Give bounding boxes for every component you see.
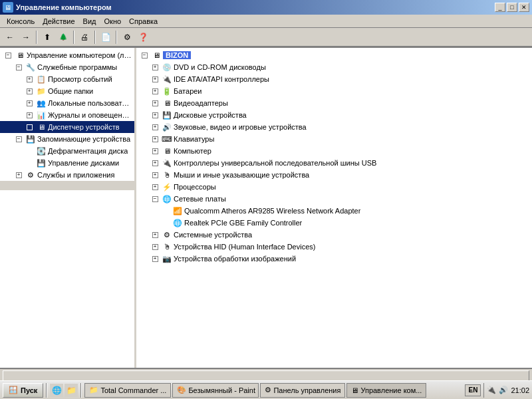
right-item-keyboard[interactable]: + ⌨ Клавиатуры (136, 133, 532, 145)
expand-services[interactable]: + (13, 170, 24, 180)
left-item-services[interactable]: + ⚙ Службы и приложения (0, 169, 134, 181)
left-item-folders[interactable]: + 📁 Общие папки (0, 85, 134, 97)
defrag-icon: 💽 (36, 146, 47, 156)
expand-tools[interactable]: − (13, 62, 24, 72)
right-item-sound[interactable]: + 🔊 Звуковые, видео и игровые устройства (136, 121, 532, 133)
expand-storage[interactable]: − (13, 134, 24, 144)
expand-folders[interactable]: + (24, 86, 35, 96)
expand-imaging[interactable]: + (150, 253, 160, 264)
maximize-button[interactable]: □ (507, 3, 517, 12)
menu-action[interactable]: Действие (39, 16, 78, 27)
expand-root[interactable]: − (3, 50, 13, 61)
start-label: Пуск (21, 386, 37, 394)
expand-localusers[interactable]: + (24, 98, 35, 108)
diskmgmt-icon: 💾 (36, 158, 47, 168)
journals-label: Журналы и оповещения п... (48, 111, 132, 119)
left-item-defrag[interactable]: 💽 Дефрагментация диска (0, 145, 134, 157)
expand-diskmgmt[interactable] (24, 158, 35, 168)
expand-bizon[interactable]: − (139, 50, 150, 61)
tools-label: Служебные программы (37, 63, 117, 71)
menu-help[interactable]: Справка (125, 16, 162, 27)
expand-computer[interactable]: + (150, 146, 160, 156)
right-item-imaging[interactable]: + 📷 Устройства обработки изображений (136, 253, 532, 265)
left-item-devmgr[interactable]: 🖥 Диспетчер устройств (0, 121, 134, 133)
expand-cpu[interactable]: + (150, 182, 160, 192)
print-button[interactable]: 🖨 (77, 30, 92, 45)
forward-button[interactable]: → (19, 30, 33, 45)
left-panel[interactable]: − 🖥 Управление компьютером (локал... − 🔧… (0, 48, 136, 368)
expand-battery[interactable]: + (150, 86, 160, 96)
help-button[interactable]: ❓ (136, 30, 150, 45)
controlpanel-label: Панель управления (273, 386, 340, 394)
right-item-network[interactable]: − 🌐 Сетевые платы (136, 193, 532, 205)
expand-defrag[interactable] (24, 146, 35, 156)
right-header-bizon[interactable]: − 🖥 BIZON (136, 49, 532, 61)
left-scrollbar[interactable] (0, 181, 134, 190)
expand-hid[interactable]: + (150, 241, 160, 252)
tray-icon-2: 🔊 (499, 386, 508, 394)
right-panel[interactable]: − 🖥 BIZON + 💿 DVD и CD-ROM дисководы + 🔌… (136, 48, 532, 368)
right-item-battery[interactable]: + 🔋 Батареи (136, 85, 532, 97)
expand-eventviewer[interactable]: + (24, 74, 35, 84)
storage-label: Запоминающие устройства (37, 135, 130, 143)
expand-qualcomm[interactable] (160, 205, 171, 216)
quicklaunch-ie[interactable]: 🌐 (50, 384, 63, 397)
expand-sound[interactable]: + (150, 122, 160, 132)
quicklaunch-folder[interactable]: 📁 (65, 384, 78, 397)
menu-view[interactable]: Вид (79, 16, 100, 27)
close-button[interactable]: ✕ (519, 3, 529, 12)
expand-usb[interactable]: + (150, 158, 160, 168)
right-item-cpu[interactable]: + ⚡ Процессоры (136, 181, 532, 193)
left-item-localusers[interactable]: + 👥 Локальные пользователи (0, 97, 134, 109)
disk-icon: 💾 (162, 110, 172, 120)
left-item-tools[interactable]: − 🔧 Служебные программы (0, 61, 134, 73)
expand-ide[interactable]: + (150, 74, 160, 84)
back-button[interactable]: ← (3, 30, 17, 45)
left-item-diskmgmt[interactable]: 💾 Управление дисками (0, 157, 134, 169)
right-item-disk[interactable]: + 💾 Дисковые устройства (136, 109, 532, 121)
menu-window[interactable]: Окно (100, 16, 126, 27)
expand-keyboard[interactable]: + (150, 134, 160, 144)
computer-label: Компьютер (174, 147, 211, 155)
right-item-hid[interactable]: + 🖱 Устройства HID (Human Interface Devi… (136, 241, 532, 253)
expand-realtek[interactable] (160, 217, 171, 228)
right-item-usb[interactable]: + 🔌 Контроллеры универсальной последоват… (136, 157, 532, 169)
right-item-dvd[interactable]: + 💿 DVD и CD-ROM дисководы (136, 61, 532, 73)
left-item-journals[interactable]: + 📊 Журналы и оповещения п... (0, 109, 134, 121)
right-item-qualcomm[interactable]: 📶 Qualcomm Atheros AR9285 Wireless Netwo… (136, 205, 532, 217)
menu-console[interactable]: Консоль (3, 16, 39, 27)
expand-system[interactable]: + (150, 229, 160, 240)
export-button[interactable]: 📄 (98, 30, 113, 45)
right-item-ide[interactable]: + 🔌 IDE ATA/ATAPI контроллеры (136, 73, 532, 85)
start-button[interactable]: 🪟 Пуск (3, 383, 43, 398)
properties-button[interactable]: ⚙ (120, 30, 134, 45)
expand-mouse[interactable]: + (150, 170, 160, 180)
system-icon: ⚙ (162, 229, 172, 240)
left-item-eventviewer[interactable]: + 📋 Просмотр событий (0, 73, 134, 85)
expand-journals[interactable]: + (24, 110, 35, 120)
show-hide-button[interactable]: 🌲 (56, 30, 70, 45)
language-button[interactable]: EN (465, 384, 481, 396)
minimize-button[interactable]: _ (495, 3, 505, 12)
usb-label: Контроллеры универсальной последовательн… (174, 159, 376, 167)
expand-devmgr[interactable] (24, 122, 35, 132)
right-item-computer[interactable]: + 🖥 Компьютер (136, 145, 532, 157)
right-item-video[interactable]: + 🖥 Видеоадаптеры (136, 97, 532, 109)
title-bar: 🖥 Управление компьютером _ □ ✕ (0, 0, 532, 15)
left-item-root[interactable]: − 🖥 Управление компьютером (локал... (0, 49, 134, 61)
taskbar-btn-totalcmd[interactable]: 📁 Total Commander ... (84, 383, 171, 398)
taskbar-btn-controlpanel[interactable]: ⚙ Панель управления (260, 383, 345, 398)
expand-network[interactable]: − (150, 194, 160, 204)
expand-video[interactable]: + (150, 98, 160, 108)
right-item-realtek[interactable]: 🌐 Realtek PCIe GBE Family Controller (136, 217, 532, 229)
realtek-label: Realtek PCIe GBE Family Controller (184, 219, 302, 227)
taskbar-btn-compmgmt[interactable]: 🖥 Управление ком... (346, 383, 426, 398)
expand-disk[interactable]: + (150, 110, 160, 120)
right-item-mouse[interactable]: + 🖱 Мыши и иные указывающие устройства (136, 169, 532, 181)
left-item-storage[interactable]: − 💾 Запоминающие устройства (0, 133, 134, 145)
expand-dvd[interactable]: + (150, 62, 160, 72)
right-item-system[interactable]: + ⚙ Системные устройства (136, 229, 532, 241)
up-button[interactable]: ⬆ (40, 30, 55, 45)
localusers-label: Локальные пользователи (48, 99, 132, 107)
taskbar-btn-paint[interactable]: 🎨 Безымянный - Paint (172, 383, 259, 398)
